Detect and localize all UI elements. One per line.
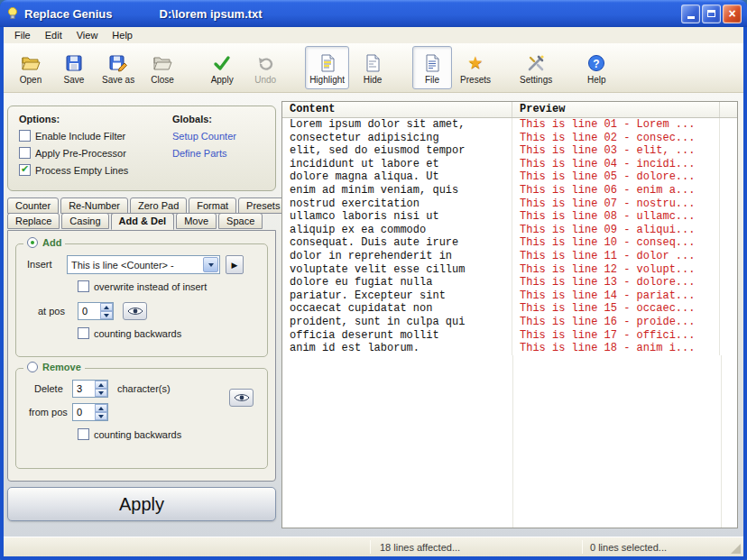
open-button[interactable]: Open xyxy=(11,46,51,89)
tab-casing[interactable]: Casing xyxy=(61,213,108,229)
content-cell: occaecat cupidatat non xyxy=(282,302,512,316)
spinner-up-button[interactable] xyxy=(100,303,113,311)
insert-expand-button[interactable]: ▶ xyxy=(226,255,244,274)
tab-re-number[interactable]: Re-Number xyxy=(60,197,128,214)
add-radio[interactable] xyxy=(27,237,38,248)
list-row[interactable]: aliquip ex ea commodoThis is line 09 - a… xyxy=(282,224,737,237)
checkbox-add-counting-backwards[interactable]: counting backwards xyxy=(78,327,181,339)
resize-grip[interactable] xyxy=(731,544,741,554)
tab-move[interactable]: Move xyxy=(176,213,217,229)
content-cell: voluptate velit esse cillum xyxy=(282,263,512,277)
highlight-button[interactable]: Highlight xyxy=(305,46,349,89)
close-button[interactable]: × xyxy=(723,5,742,23)
checkbox-process-empty-lines[interactable]: Process Empty Lines xyxy=(19,164,128,176)
apply-toolbar-button[interactable]: Apply xyxy=(202,46,242,89)
list-row[interactable]: ullamco laboris nisi utThis is line 08 -… xyxy=(282,210,737,224)
maximize-button[interactable] xyxy=(702,5,721,23)
toolbar-group-panels: File ★ Presets xyxy=(412,46,495,89)
tab-space[interactable]: Space xyxy=(218,213,263,229)
tab-format[interactable]: Format xyxy=(189,197,236,214)
spinner-up-button[interactable] xyxy=(95,381,107,389)
save-as-button[interactable]: Save as xyxy=(97,46,139,89)
setup-counter-link[interactable]: Setup Counter xyxy=(172,131,236,142)
at-pos-input[interactable] xyxy=(78,303,100,319)
list-row[interactable]: dolore magna aliqua. UtThis is line 05 -… xyxy=(282,170,737,184)
checkbox-apply-pre-processor[interactable]: Apply Pre-Processor xyxy=(19,147,128,159)
tab-replace[interactable]: Replace xyxy=(7,213,60,229)
apply-button[interactable]: Apply xyxy=(7,487,276,521)
save-button[interactable]: Save xyxy=(54,46,94,89)
list-row[interactable]: incididunt ut labore etThis is line 04 -… xyxy=(282,158,737,171)
apply-toolbar-button-label: Apply xyxy=(211,75,234,85)
tab-row-1: Counter Re-Number Zero Pad Format Preset… xyxy=(7,197,276,214)
checkbox-label: Apply Pre-Processor xyxy=(35,148,126,159)
file-view-button[interactable]: File xyxy=(412,46,452,89)
tab-zero-pad[interactable]: Zero Pad xyxy=(130,197,187,214)
tab-counter[interactable]: Counter xyxy=(7,197,59,214)
preview-cell: This is line 18 - anim i... xyxy=(512,342,720,355)
help-button[interactable]: ? Help xyxy=(576,46,616,89)
list-row[interactable]: dolor in reprehenderit inThis is line 11… xyxy=(282,250,737,263)
settings-button[interactable]: Settings xyxy=(515,46,557,89)
content-cell: consequat. Duis aute irure xyxy=(282,236,512,250)
add-preview-eye-button[interactable] xyxy=(123,302,147,320)
checkbox-remove-counting-backwards[interactable]: counting backwards xyxy=(78,428,181,440)
delete-count-input[interactable] xyxy=(73,381,95,397)
list-row[interactable]: elit, sed do eiusmod temporThis is line … xyxy=(282,144,737,158)
checkbox-enable-include-filter[interactable]: Enable Include Filter xyxy=(19,130,128,142)
titlebar[interactable]: Replace Genius D:\lorem ipsum.txt × xyxy=(0,0,747,27)
list-row[interactable]: occaecat cupidatat nonThis is line 15 - … xyxy=(282,302,737,316)
insert-combobox[interactable]: This is line <Counter> - xyxy=(67,255,220,274)
preview-cell: This is line 05 - dolore... xyxy=(512,170,720,184)
list-row[interactable]: nostrud exercitationThis is line 07 - no… xyxy=(282,197,737,211)
chevron-down-icon xyxy=(208,263,214,267)
undo-button[interactable]: Undo xyxy=(245,46,285,89)
remove-preview-eye-button[interactable] xyxy=(229,389,254,407)
presets-button[interactable]: ★ Presets xyxy=(456,46,495,89)
minimize-button[interactable] xyxy=(681,5,700,23)
list-row[interactable]: consectetur adipisicingThis is line 02 -… xyxy=(282,132,737,145)
list-row[interactable]: Lorem ipsum dolor sit amet,This is line … xyxy=(282,118,737,132)
save-button-label: Save xyxy=(64,75,85,85)
remove-radio[interactable] xyxy=(27,362,38,372)
spinner-down-button[interactable] xyxy=(95,389,107,397)
menu-help[interactable]: Help xyxy=(105,29,140,41)
window-frame: File Edit View Help Open Save xyxy=(4,27,743,556)
spinner-up-button[interactable] xyxy=(95,404,107,412)
hide-button-label: Hide xyxy=(364,75,383,85)
list-row[interactable]: consequat. Duis aute irureThis is line 1… xyxy=(282,236,737,250)
undo-button-label: Undo xyxy=(254,75,276,85)
combobox-dropdown-button[interactable] xyxy=(203,257,218,272)
content-column-header[interactable]: Content xyxy=(282,102,512,117)
list-row[interactable]: officia deserunt mollitThis is line 17 -… xyxy=(282,329,737,343)
from-pos-label: from pos xyxy=(29,407,68,418)
app-title: Replace Genius xyxy=(24,7,113,21)
hide-button[interactable]: Hide xyxy=(353,46,392,89)
menu-file[interactable]: File xyxy=(7,29,38,41)
preview-cell: This is line 13 - dolore... xyxy=(512,276,720,289)
toolbar-group-apply: Apply Undo xyxy=(202,46,285,89)
define-parts-link[interactable]: Define Parts xyxy=(172,148,227,159)
menu-view[interactable]: View xyxy=(69,29,106,41)
presets-button-label: Presets xyxy=(460,75,491,85)
checkbox-overwrite[interactable]: overwrite instead of insert xyxy=(78,280,207,292)
list-rows: Lorem ipsum dolor sit amet,This is line … xyxy=(282,118,737,355)
close-file-button[interactable]: Close xyxy=(143,46,182,89)
content-cell: dolore magna aliqua. Ut xyxy=(282,170,512,184)
preview-column-header[interactable]: Preview xyxy=(512,102,720,117)
list-row[interactable]: voluptate velit esse cillumThis is line … xyxy=(282,263,737,277)
list-row[interactable]: enim ad minim veniam, quisThis is line 0… xyxy=(282,184,737,197)
list-row[interactable]: pariatur. Excepteur sintThis is line 14 … xyxy=(282,289,737,303)
preview-cell: This is line 03 - elit, ... xyxy=(512,144,720,158)
spinner-down-button[interactable] xyxy=(100,311,113,319)
tab-add-and-del[interactable]: Add & Del xyxy=(111,213,175,230)
menu-edit[interactable]: Edit xyxy=(38,29,69,41)
left-panel: Options: Enable Include Filter Apply Pre… xyxy=(7,93,276,537)
content-cell: dolor in reprehenderit in xyxy=(282,250,512,263)
from-pos-input[interactable] xyxy=(73,404,95,420)
list-row[interactable]: anim id est laborum.This is line 18 - an… xyxy=(282,342,737,355)
list-row[interactable]: proident, sunt in culpa quiThis is line … xyxy=(282,316,737,329)
spinner-down-button[interactable] xyxy=(95,412,107,420)
list-row[interactable]: dolore eu fugiat nullaThis is line 13 - … xyxy=(282,276,737,289)
toolbar: Open Save Save as xyxy=(4,43,743,93)
